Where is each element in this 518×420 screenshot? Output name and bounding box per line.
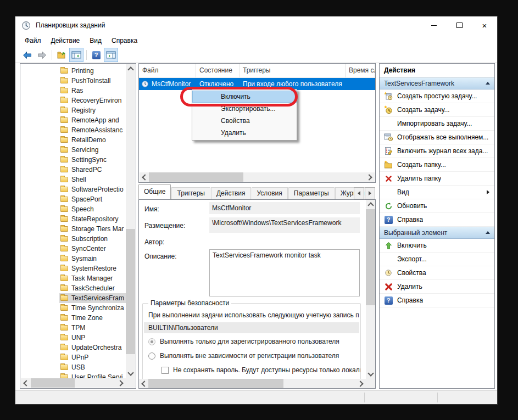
tab-general[interactable]: Общие	[138, 184, 171, 199]
action-help[interactable]: ? Справка	[380, 213, 494, 227]
tree-item[interactable]: Ras	[21, 86, 126, 96]
action-display-running-tasks[interactable]: Отображать все выполняем...	[380, 131, 494, 144]
tab-conditions[interactable]: Условия	[252, 187, 288, 199]
context-menu-delete[interactable]: Удалить	[192, 127, 297, 139]
actions-group-header-selected-item[interactable]: Выбранный элемент	[380, 227, 494, 239]
tree-item[interactable]: Task Manager	[21, 273, 126, 283]
tree-item[interactable]: SpacePort	[21, 194, 126, 204]
action-enable[interactable]: Включить	[380, 239, 494, 253]
tree-item[interactable]: RecoveryEnviron	[21, 96, 126, 105]
action-delete-folder[interactable]: Удалить папку	[380, 172, 494, 186]
tree-item[interactable]: Shell	[21, 175, 126, 184]
action-properties[interactable]: Свойства	[380, 266, 494, 280]
context-menu-properties[interactable]: Свойства	[192, 115, 297, 127]
tree-item[interactable]: UPnP	[21, 352, 126, 362]
scroll-right-button[interactable]	[357, 379, 366, 388]
tree-item[interactable]: Speech	[21, 204, 126, 214]
tree-item[interactable]: RemoteApp and	[21, 115, 126, 125]
tree-item[interactable]: Registry	[21, 105, 126, 115]
tree-item[interactable]: TaskScheduler	[21, 283, 126, 293]
export-list-button[interactable]	[54, 48, 69, 62]
details-vertical-scrollbar[interactable]	[366, 200, 375, 379]
tree-item[interactable]: SharedPC	[21, 165, 126, 175]
tree-item[interactable]: SyncCenter	[21, 244, 126, 254]
radio-run-logged-on[interactable]: Выполнять только для зарегистрированного…	[148, 338, 358, 345]
tree-item[interactable]: User Profile Servi	[21, 372, 126, 378]
action-help-selected[interactable]: ? Справка	[380, 294, 494, 307]
actions-group-header-folder[interactable]: TextServicesFramework	[380, 77, 494, 89]
tree-item[interactable]: Time Zone	[21, 313, 126, 323]
radio-selected-icon[interactable]	[148, 338, 155, 345]
tree-item[interactable]: Subscription	[21, 234, 126, 244]
menu-file[interactable]: Файл	[20, 34, 46, 47]
scrollbar-thumb[interactable]	[149, 172, 243, 182]
column-header-file[interactable]: Файл	[139, 64, 196, 77]
tab-scroll-left-button[interactable]	[354, 187, 364, 199]
tab-triggers[interactable]: Триггеры	[171, 187, 210, 199]
name-field[interactable]: MsCtfMonitor	[209, 202, 360, 214]
action-create-basic-task[interactable]: Создать простую задачу...	[380, 89, 494, 103]
scroll-left-button[interactable]	[21, 378, 30, 388]
maximize-button[interactable]	[447, 16, 472, 34]
menu-help[interactable]: Справка	[107, 34, 142, 47]
scroll-left-button[interactable]	[139, 379, 148, 388]
list-horizontal-scrollbar[interactable]	[140, 172, 375, 182]
task-row-selected[interactable]: MsCtfMonitor Отключено При входе любого …	[139, 78, 375, 90]
scroll-up-button[interactable]	[366, 200, 375, 209]
toggle-console-tree-button[interactable]	[69, 48, 83, 62]
location-field[interactable]: \Microsoft\Windows\TextServicesFramework	[209, 217, 360, 233]
tree-item[interactable]: StateRepository	[21, 214, 126, 224]
tree-item[interactable]: TPM	[21, 323, 126, 333]
tree-item[interactable]: SettingSync	[21, 155, 126, 165]
scroll-down-button[interactable]	[366, 369, 375, 379]
scroll-up-button[interactable]	[126, 64, 135, 74]
scroll-left-button[interactable]	[140, 172, 149, 182]
back-button[interactable]	[20, 48, 34, 62]
tree-horizontal-scrollbar[interactable]	[21, 378, 126, 388]
tree-item[interactable]: SoftwareProtectio	[21, 184, 126, 194]
scroll-right-button[interactable]	[365, 172, 375, 182]
context-menu-enable[interactable]: Включить	[192, 91, 297, 103]
context-menu-export[interactable]: Экспортировать...	[192, 103, 297, 115]
description-field[interactable]: TextServicesFramework monitor task	[209, 249, 360, 296]
column-header-triggers[interactable]: Триггеры	[239, 64, 346, 77]
scrollbar-thumb[interactable]	[148, 379, 283, 388]
tree-item[interactable]: RetailDemo	[21, 135, 126, 145]
tree-item[interactable]: UpdateOrchestra	[21, 343, 126, 352]
column-header-next-run[interactable]: Время сл	[346, 64, 375, 77]
tree-vertical-scrollbar[interactable]	[126, 64, 135, 378]
minimize-button[interactable]	[421, 16, 447, 34]
scrollbar-thumb[interactable]	[31, 378, 75, 388]
tree-item[interactable]: UNP	[21, 333, 126, 343]
tab-actions[interactable]: Действия	[211, 187, 251, 199]
tree-item[interactable]: SystemRestore	[21, 264, 126, 273]
tree-item[interactable]: PushToInstall	[21, 76, 126, 86]
menu-action[interactable]: Действие	[46, 34, 85, 47]
tree-item[interactable]: Sysmain	[21, 254, 126, 264]
action-refresh[interactable]: Обновить	[380, 199, 494, 213]
toggle-action-pane-button[interactable]	[104, 48, 118, 62]
menu-view[interactable]: Вид	[85, 34, 107, 47]
tree-item[interactable]: Time Synchroniza	[21, 303, 126, 313]
tab-settings[interactable]: Параметры	[288, 187, 335, 199]
column-header-state[interactable]: Состояние	[196, 64, 239, 77]
action-export[interactable]: Экспорт...	[380, 253, 494, 266]
scroll-down-button[interactable]	[126, 369, 135, 378]
action-create-task[interactable]: Создать задачу...	[380, 103, 494, 117]
checkbox-icon[interactable]	[161, 367, 169, 374]
tree-item[interactable]: Printing	[21, 66, 126, 76]
scrollbar-thumb[interactable]	[366, 209, 375, 305]
close-button[interactable]: ×	[472, 16, 497, 34]
radio-run-any-user[interactable]: Выполнять вне зависимости от регистрации…	[148, 352, 358, 360]
scroll-right-button[interactable]	[116, 378, 126, 388]
forward-button[interactable]	[35, 48, 49, 62]
action-delete[interactable]: Удалить	[380, 280, 494, 294]
tree-item[interactable]: Storage Tiers Mar	[21, 224, 126, 234]
tree-item[interactable]: Servicing	[21, 145, 126, 155]
action-import-task[interactable]: Импортировать задачу...	[380, 117, 494, 131]
action-enable-task-history[interactable]: Включить журнал всех зада...	[380, 144, 494, 158]
tree-item[interactable]: USB	[21, 362, 126, 372]
checkbox-no-password[interactable]: Не сохранять пароль. Будут доступны ресу…	[161, 366, 360, 374]
help-button[interactable]: ?	[89, 48, 103, 62]
details-horizontal-scrollbar[interactable]	[139, 379, 366, 388]
